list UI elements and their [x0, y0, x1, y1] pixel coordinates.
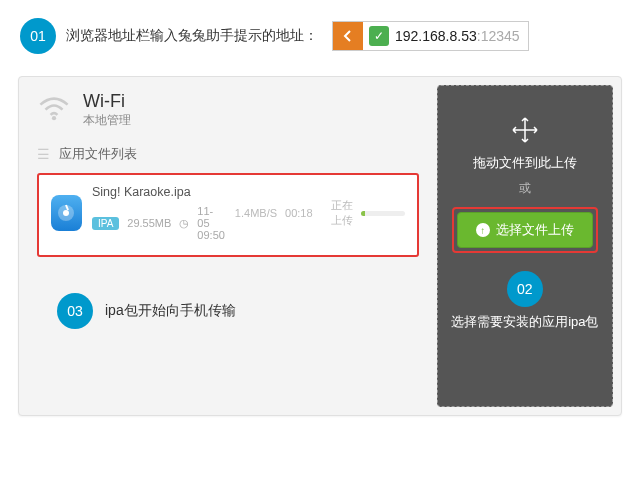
app-icon [51, 195, 82, 231]
move-icon [511, 116, 539, 144]
step-01-badge: 01 [20, 18, 56, 54]
address-bar[interactable]: ✓ 192.168.8.53 :12345 [332, 21, 529, 51]
file-duration: 00:18 [285, 207, 313, 219]
file-row: Sing! Karaoke.ipa IPA 29.55MB ◷ 11-05 09… [37, 173, 419, 257]
file-name: Sing! Karaoke.ipa [92, 185, 225, 199]
progress-bar [361, 211, 405, 216]
drop-zone[interactable]: 拖动文件到此上传 或 ↑ 选择文件上传 02 选择需要安装的应用ipa包 [437, 85, 613, 407]
upload-button[interactable]: ↑ 选择文件上传 [457, 212, 593, 248]
file-time: 11-05 09:50 [197, 205, 225, 241]
step-03-badge: 03 [57, 293, 93, 329]
upload-icon: ↑ [476, 223, 490, 237]
or-text: 或 [519, 180, 531, 197]
clock-icon: ◷ [179, 217, 189, 230]
svg-point-2 [63, 210, 69, 216]
back-icon[interactable] [333, 22, 363, 50]
drag-text: 拖动文件到此上传 [473, 154, 577, 172]
wifi-subtitle: 本地管理 [83, 112, 131, 129]
wifi-title: Wi-Fi [83, 91, 131, 112]
step-02-text: 选择需要安装的应用ipa包 [451, 313, 598, 331]
file-size: 29.55MB [127, 217, 171, 229]
upload-label: 选择文件上传 [496, 221, 574, 239]
svg-point-0 [52, 116, 56, 120]
step-01-text: 浏览器地址栏输入兔兔助手提示的地址： [66, 27, 318, 45]
step-02-badge: 02 [507, 271, 543, 307]
wifi-icon [37, 94, 71, 126]
file-status: 正在上传 [321, 198, 353, 228]
address-port: :12345 [477, 28, 528, 44]
address-ip: 192.168.8.53 [395, 28, 477, 44]
secure-icon: ✓ [369, 26, 389, 46]
list-icon: ☰ [37, 146, 51, 162]
app-panel: Wi-Fi 本地管理 ☰ 应用文件列表 Sing! Karaoke.ipa IP… [18, 76, 622, 416]
list-heading: 应用文件列表 [59, 145, 137, 163]
file-tag: IPA [92, 217, 119, 230]
step-03-text: ipa包开始向手机传输 [105, 302, 236, 320]
file-speed: 1.4MB/S [235, 207, 277, 219]
